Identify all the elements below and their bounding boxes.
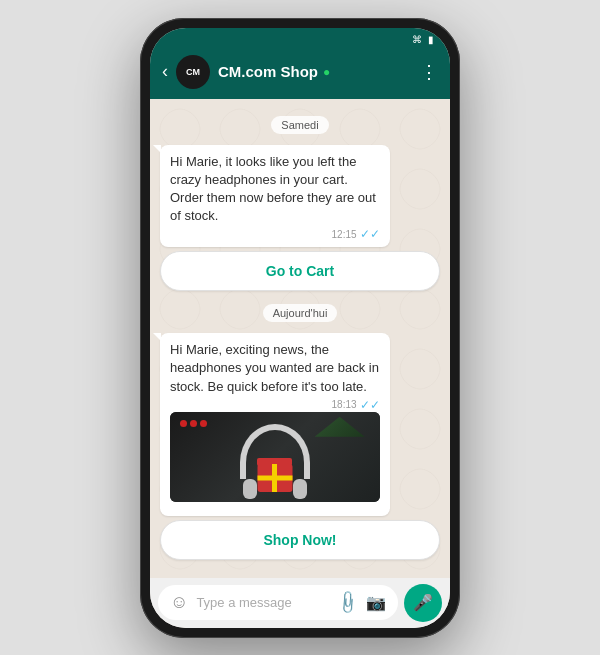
phone-frame: ⌘ ▮ ‹ CM CM.com Shop ● ⋮ Samedi Hi bbox=[140, 18, 460, 638]
verified-icon: ● bbox=[323, 65, 330, 79]
shop-now-button[interactable]: Shop Now! bbox=[160, 520, 440, 560]
chat-header: ‹ CM CM.com Shop ● ⋮ bbox=[150, 47, 450, 99]
ribbon-vertical bbox=[257, 475, 292, 480]
berry-3 bbox=[200, 420, 207, 427]
battery-icon: ▮ bbox=[428, 34, 434, 45]
attach-icon[interactable]: 📎 bbox=[334, 589, 362, 617]
message-bubble-1: Hi Marie, it looks like you left the cra… bbox=[160, 145, 390, 248]
berry-1 bbox=[180, 420, 187, 427]
input-placeholder[interactable]: Type a message bbox=[196, 595, 330, 610]
date-label-saturday: Samedi bbox=[160, 115, 440, 133]
tick-icon-2: ✓✓ bbox=[360, 398, 380, 412]
message-meta-1: 12:15 ✓✓ bbox=[170, 227, 380, 241]
wifi-icon: ⌘ bbox=[412, 34, 422, 45]
mic-button[interactable]: 🎤 bbox=[404, 584, 442, 622]
back-button[interactable]: ‹ bbox=[162, 61, 168, 82]
pine-branch bbox=[315, 417, 365, 437]
tick-icon-1: ✓✓ bbox=[360, 227, 380, 241]
berries bbox=[180, 420, 207, 427]
emoji-icon[interactable]: ☺ bbox=[170, 592, 188, 613]
message-text-2: Hi Marie, exciting news, the headphones … bbox=[170, 341, 380, 396]
message-text-1: Hi Marie, it looks like you left the cra… bbox=[170, 153, 380, 226]
avatar: CM bbox=[176, 55, 210, 89]
message-bubble-2: Hi Marie, exciting news, the headphones … bbox=[160, 333, 390, 516]
message-meta-2: 18:13 ✓✓ bbox=[170, 398, 380, 412]
status-bar: ⌘ ▮ bbox=[150, 28, 450, 47]
message-group-2: Hi Marie, exciting news, the headphones … bbox=[160, 333, 440, 560]
header-info: CM.com Shop ● bbox=[218, 63, 412, 80]
menu-button[interactable]: ⋮ bbox=[420, 61, 438, 83]
shop-name: CM.com Shop bbox=[218, 63, 318, 80]
product-image bbox=[170, 412, 380, 502]
product-scene bbox=[170, 412, 380, 502]
go-to-cart-button[interactable]: Go to Cart bbox=[160, 251, 440, 291]
chat-area: Samedi Hi Marie, it looks like you left … bbox=[150, 99, 450, 578]
input-bar: ☺ Type a message 📎 📷 🎤 bbox=[150, 578, 450, 628]
berry-2 bbox=[190, 420, 197, 427]
message-time-1: 12:15 bbox=[332, 229, 357, 240]
camera-icon[interactable]: 📷 bbox=[366, 593, 386, 612]
date-label-today: Aujourd'hui bbox=[160, 303, 440, 321]
gift-box bbox=[257, 464, 292, 492]
phone-screen: ⌘ ▮ ‹ CM CM.com Shop ● ⋮ Samedi Hi bbox=[150, 28, 450, 628]
mic-icon: 🎤 bbox=[413, 593, 433, 612]
message-time-2: 18:13 bbox=[332, 399, 357, 410]
input-field-wrap: ☺ Type a message 📎 📷 bbox=[158, 585, 398, 620]
message-group-1: Hi Marie, it looks like you left the cra… bbox=[160, 145, 440, 292]
